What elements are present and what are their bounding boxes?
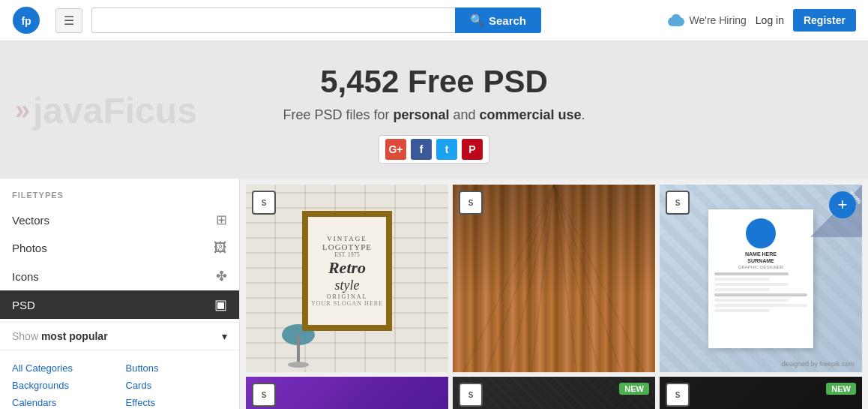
retro-big: Retro — [311, 258, 383, 278]
register-button[interactable]: Register — [793, 9, 856, 32]
resume-line-4 — [714, 288, 770, 291]
category-effects[interactable]: Effects — [126, 395, 228, 409]
main-layout: FILETYPES Vectors ⊞ Photos 🖼 Icons ✤ PSD… — [0, 179, 868, 409]
icons-label: Icons — [12, 270, 39, 283]
cloud-icon — [668, 14, 684, 26]
svg-rect-3 — [672, 14, 681, 22]
resume-line-2 — [714, 278, 770, 281]
content-area: VINTAGE LOGOTYPE EST. 1975 Retro style O… — [240, 179, 868, 409]
subtitle-middle: and — [449, 107, 479, 122]
thumbnail-badge-3: S — [666, 191, 690, 215]
resume-avatar-circle — [746, 218, 776, 248]
resume-line-3 — [714, 283, 789, 286]
google-plus-icon[interactable]: G+ — [385, 139, 406, 160]
category-calendars[interactable]: Calendars — [12, 395, 114, 409]
new-badge-5: NEW — [619, 383, 649, 395]
filetype-icons[interactable]: Icons ✤ — [0, 262, 239, 290]
thumbnail-badge-4: S — [252, 383, 276, 407]
psd-icon: ▣ — [214, 296, 227, 313]
filetype-photos[interactable]: Photos 🖼 — [0, 234, 239, 262]
subtitle-commercial: commercial use — [480, 107, 582, 122]
watermark-text: javaFicus — [33, 89, 197, 131]
category-all[interactable]: All Categories — [12, 361, 114, 375]
hero-section: » javaFicus 5,452 Free PSD Free PSD file… — [0, 41, 868, 179]
hamburger-button[interactable]: ☰ — [55, 8, 82, 33]
photos-icon: 🖼 — [214, 240, 227, 256]
freepik-logo-icon: fp — [12, 6, 40, 35]
search-input[interactable] — [91, 8, 455, 33]
thumbnail-6[interactable]: S NEW — [660, 377, 862, 409]
photos-label: Photos — [12, 242, 47, 254]
thumbnail-5[interactable]: YOURCOMPANY www.yourwebsite.com S NEW — [453, 377, 655, 409]
retro-content: VINTAGE LOGOTYPE EST. 1975 Retro style O… — [246, 185, 448, 372]
retro-frame: VINTAGE LOGOTYPE EST. 1975 Retro style O… — [302, 211, 392, 331]
show-popular-text: Show most popular — [12, 330, 108, 342]
category-buttons[interactable]: Buttons — [126, 361, 228, 375]
est-label: EST. 1975 — [311, 251, 383, 258]
vintage-label: VINTAGE — [311, 235, 383, 242]
svg-line-8 — [486, 185, 554, 372]
resume-line-7 — [714, 304, 807, 307]
resume-line-8 — [714, 309, 770, 312]
resume-paper: NAME HERE SURNAME GRAPHIC DESIGNER — [708, 209, 813, 348]
header: fp ☰ 🔍 Search We're Hiring Log in Regist… — [0, 0, 868, 41]
svg-text:fp: fp — [21, 15, 31, 27]
svg-line-13 — [554, 185, 621, 372]
resume-line-5 — [714, 293, 807, 296]
hiring-label: We're Hiring — [689, 14, 746, 26]
categories-grid: All Categories Buttons Backgrounds Cards… — [0, 353, 239, 409]
hero-watermark: » javaFicus — [15, 89, 197, 131]
hiring-link[interactable]: We're Hiring — [668, 14, 746, 26]
thumbnail-1[interactable]: VINTAGE LOGOTYPE EST. 1975 Retro style O… — [246, 185, 448, 372]
subtitle-start: Free PSD files for — [283, 107, 393, 122]
arrows-icon: » — [15, 95, 30, 126]
psd-label: PSD — [12, 299, 35, 311]
filetype-psd[interactable]: PSD ▣ — [0, 290, 239, 319]
show-label: Show — [12, 330, 38, 342]
twitter-icon[interactable]: t — [436, 139, 457, 160]
svg-line-10 — [531, 185, 554, 372]
login-link[interactable]: Log in — [756, 14, 784, 26]
wood-lines-icon — [453, 185, 655, 372]
thumbnail-badge-6: S — [666, 383, 690, 407]
vectors-icon: ⊞ — [216, 212, 227, 228]
add-button[interactable]: + — [829, 191, 856, 218]
wood-background — [453, 185, 655, 372]
slogan-label: YOUR SLOGAN HERE — [311, 300, 383, 307]
logotype-label: LOGOTYPE — [311, 242, 383, 251]
filetypes-title: FILETYPES — [0, 191, 239, 206]
icons-icon: ✤ — [216, 268, 227, 284]
resume-name-heading: NAME HERE — [714, 251, 807, 257]
category-backgrounds[interactable]: Backgrounds — [12, 378, 114, 392]
thumbnail-badge-2: S — [459, 191, 483, 215]
subtitle-personal: personal — [393, 107, 449, 122]
svg-line-14 — [554, 185, 644, 372]
category-cards[interactable]: Cards — [126, 378, 228, 392]
thumbnail-badge-5: S — [459, 383, 483, 407]
svg-point-6 — [288, 362, 309, 368]
show-popular-dropdown[interactable]: Show most popular ▾ — [0, 322, 239, 350]
popular-label: most popular — [41, 330, 108, 342]
sidebar: FILETYPES Vectors ⊞ Photos 🖼 Icons ✤ PSD… — [0, 179, 240, 409]
svg-line-11 — [554, 185, 576, 372]
pinterest-icon[interactable]: P — [462, 139, 483, 160]
thumbnail-badge-1: S — [252, 191, 276, 215]
header-right: We're Hiring Log in Register — [668, 9, 856, 32]
logo-area: fp — [12, 6, 40, 35]
freepik-watermark: designed by freepik.com — [781, 360, 855, 368]
thumbnail-2[interactable]: S — [453, 185, 655, 372]
resume-line-6 — [714, 299, 789, 302]
facebook-icon[interactable]: f — [411, 139, 432, 160]
svg-rect-5 — [297, 335, 300, 365]
filetype-vectors[interactable]: Vectors ⊞ — [0, 206, 239, 234]
search-button-label: Search — [489, 14, 526, 27]
search-container: 🔍 Search — [91, 8, 541, 33]
retro-text: VINTAGE LOGOTYPE EST. 1975 Retro style O… — [311, 235, 383, 307]
search-button[interactable]: 🔍 Search — [455, 8, 541, 33]
thumbnail-4[interactable]: Louis Smith YOUR COMPANY +000 000 000 00… — [246, 377, 448, 409]
social-icons-container: G+ f t P — [379, 135, 489, 164]
search-icon: 🔍 — [470, 14, 484, 27]
retro-style: style — [311, 278, 383, 293]
subtitle-end: . — [582, 107, 585, 122]
resume-line-1 — [714, 272, 789, 275]
